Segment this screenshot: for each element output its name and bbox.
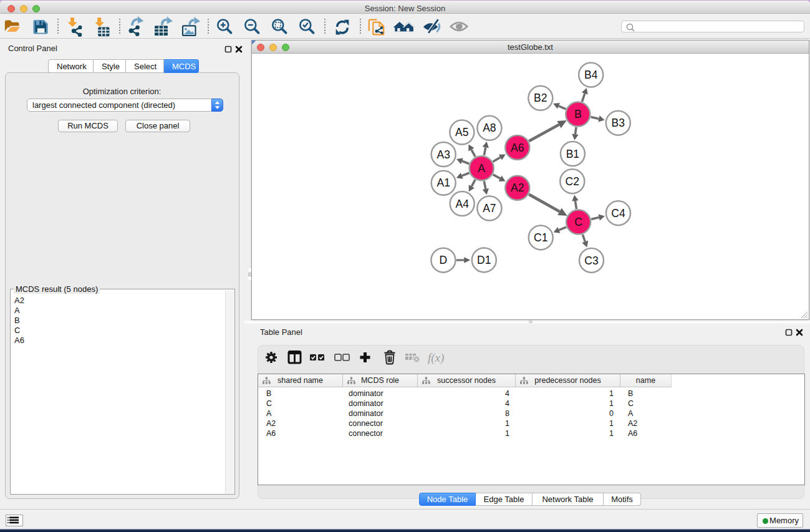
svg-text:B4: B4 (584, 69, 598, 81)
svg-text:C: C (574, 216, 582, 228)
svg-text:B1: B1 (566, 148, 579, 160)
svg-text:C3: C3 (584, 254, 598, 267)
svg-text:B3: B3 (612, 117, 625, 129)
svg-text:A2: A2 (511, 181, 524, 194)
svg-text:A1: A1 (436, 177, 450, 189)
svg-text:D: D (440, 254, 448, 266)
svg-text:B: B (574, 108, 582, 120)
svg-text:C2: C2 (566, 175, 579, 188)
svg-text:f(x): f(x) (428, 351, 444, 365)
svg-text:A3: A3 (436, 148, 450, 161)
svg-text:A8: A8 (483, 122, 496, 134)
svg-text:B2: B2 (534, 92, 547, 104)
svg-text:A4: A4 (455, 198, 469, 210)
svg-text:A7: A7 (483, 202, 496, 215)
svg-text:A: A (478, 162, 485, 175)
svg-text:C1: C1 (534, 231, 547, 244)
svg-text:A6: A6 (511, 142, 524, 154)
svg-text:D1: D1 (477, 254, 491, 266)
svg-text:C4: C4 (611, 207, 625, 220)
svg-text:A5: A5 (455, 126, 468, 138)
